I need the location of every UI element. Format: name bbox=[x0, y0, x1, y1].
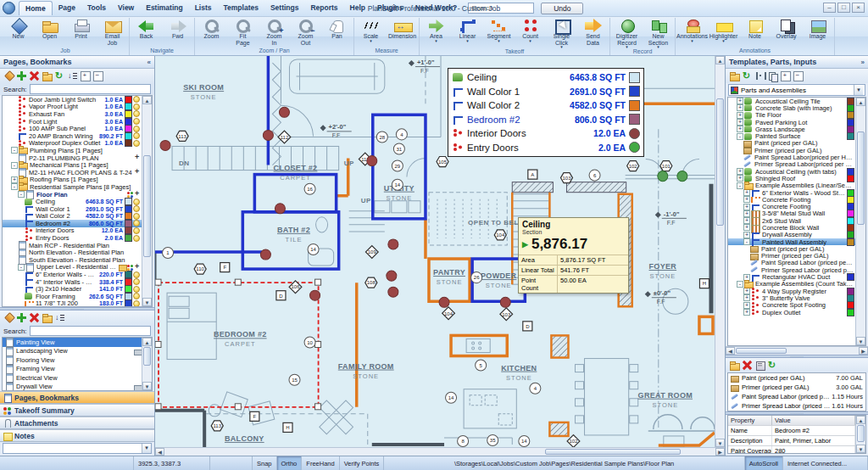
visibility-bulb-icon[interactable] bbox=[133, 278, 140, 285]
pages-tree-scrollbar[interactable]: ▲▼ bbox=[142, 96, 152, 306]
tree-item-3-2x10-header[interactable]: (3) 2x10 Header141.0 FT bbox=[3, 285, 142, 293]
menu-tab-view[interactable]: View bbox=[112, 1, 140, 15]
canvas-hscrollbar[interactable]: ◀▶ bbox=[155, 447, 725, 456]
menu-tab-plugins[interactable]: Plugins bbox=[371, 1, 409, 15]
fold-icon[interactable] bbox=[42, 313, 52, 322]
property-grid-scrollbar[interactable]: ▲▼ bbox=[855, 416, 865, 453]
fwd-button[interactable]: Fwd bbox=[162, 18, 193, 40]
menu-tab-help[interactable]: Help bbox=[344, 1, 371, 15]
expand-toggle[interactable]: - bbox=[11, 183, 18, 190]
accordion-notes[interactable]: Notes bbox=[0, 429, 154, 442]
expand-toggle[interactable]: + bbox=[737, 112, 743, 119]
pan-button[interactable]: Pan bbox=[321, 18, 353, 40]
pin-icon[interactable] bbox=[4, 71, 14, 81]
back-button[interactable]: Back bbox=[131, 18, 162, 40]
collapse-panel-icon[interactable]: » bbox=[861, 59, 865, 66]
property-row-paint-coverage[interactable]: Paint Coverage280 bbox=[728, 446, 855, 454]
tree-item-floor-framing[interactable]: Floor Framing262.6 SQ FT bbox=[3, 293, 142, 300]
expand-toggle[interactable]: + bbox=[743, 217, 750, 224]
dimension-button[interactable]: Dimension bbox=[387, 18, 418, 40]
expand-toggle[interactable]: + bbox=[743, 288, 750, 294]
del-icon[interactable] bbox=[743, 361, 752, 370]
color-swatch[interactable] bbox=[847, 309, 854, 316]
tree-item-6-exterior-walls-wood-stu[interactable]: 6" Exterior Walls - Wood Stu...220.0 FT bbox=[3, 271, 142, 278]
interior-door-count-dot[interactable] bbox=[263, 130, 273, 140]
part-item-paint-spread-labor-priced-per-hour[interactable]: Paint Spread Labor (priced per Hour)1.15… bbox=[728, 392, 865, 401]
tree-item-interior-doors[interactable]: Interior Doors12.0 EA bbox=[3, 227, 142, 235]
digitizer-record-button[interactable]: Digitizer Record▾ bbox=[611, 18, 643, 48]
menu-tab-settings[interactable]: Settings bbox=[264, 1, 305, 15]
visibility-bulb-icon[interactable] bbox=[133, 140, 140, 147]
expand-toggle[interactable]: + bbox=[743, 196, 750, 203]
ref-icon[interactable] bbox=[743, 71, 752, 81]
segment-button[interactable]: Segment▾ bbox=[483, 18, 515, 42]
open-button[interactable]: Open bbox=[34, 18, 65, 40]
area-button[interactable]: Area▾ bbox=[420, 18, 452, 42]
legend-item-wall-color-2[interactable]: Wall Color 24582.0 SQ FT bbox=[453, 98, 640, 113]
linear-button[interactable]: Linear▾ bbox=[452, 18, 483, 42]
status-toggle-snap[interactable]: Snap bbox=[253, 456, 277, 470]
expand-toggle[interactable]: + bbox=[743, 294, 750, 301]
autoscroll-toggle[interactable]: AutoScroll bbox=[745, 456, 783, 470]
expand-toggle[interactable]: + bbox=[743, 210, 750, 217]
fold-icon[interactable] bbox=[730, 361, 739, 370]
property-row-name[interactable]: NameBedroom #2 bbox=[728, 426, 855, 436]
visibility-bulb-icon[interactable] bbox=[133, 300, 140, 306]
expand-toggle[interactable]: + bbox=[743, 224, 750, 231]
expand-toggle[interactable]: + bbox=[737, 175, 743, 182]
tree-item-floor-plan[interactable]: -Floor Plan bbox=[3, 191, 142, 199]
expand-toggle[interactable]: - bbox=[737, 133, 743, 140]
tree-item-ceiling[interactable]: Ceiling6463.8 SQ FT bbox=[3, 198, 142, 205]
undo-button[interactable]: Undo bbox=[541, 3, 583, 14]
interior-door-count-dot[interactable] bbox=[387, 271, 397, 281]
legend-item-bedroom-2[interactable]: Bedroom #2806.0 SQ FT bbox=[453, 113, 640, 127]
status-toggle-ortho[interactable]: Ortho bbox=[277, 456, 303, 470]
ref-icon[interactable] bbox=[768, 361, 777, 370]
interior-door-count-dot[interactable] bbox=[160, 140, 170, 150]
tree-item-wall-color-1[interactable]: Wall Color 12691.0 SQ FT bbox=[3, 205, 142, 213]
fold-icon[interactable] bbox=[730, 71, 739, 81]
expand-toggle[interactable]: + bbox=[743, 189, 750, 196]
view-item-painting-view[interactable]: Painting View bbox=[3, 338, 142, 347]
visibility-bulb-icon[interactable] bbox=[133, 293, 140, 299]
del-icon[interactable] bbox=[30, 71, 39, 81]
sort-icon[interactable] bbox=[55, 313, 64, 322]
fit-page-button[interactable]: Fit Page bbox=[227, 18, 259, 46]
interior-door-count-dot[interactable] bbox=[260, 249, 270, 260]
expand-toggle[interactable]: + bbox=[11, 176, 18, 183]
legend-item-ceiling[interactable]: Ceiling6463.8 SQ FT bbox=[453, 70, 640, 85]
menu-tab-estimating[interactable]: Estimating bbox=[140, 1, 188, 15]
view-item-landscaping-view[interactable]: Landscaping View bbox=[3, 347, 142, 356]
note-button[interactable]: Note bbox=[739, 18, 771, 40]
view-item-drywall-view[interactable]: Drywall View bbox=[3, 383, 142, 391]
visibility-bulb-icon[interactable] bbox=[133, 205, 140, 212]
annotations-button[interactable]: Annotations▾ bbox=[676, 18, 708, 42]
part-item-primer-priced-per-gal[interactable]: Primer (priced per GAL)3.00 GAL bbox=[728, 383, 865, 392]
interior-door-count-dot[interactable] bbox=[388, 287, 398, 297]
maximize-button[interactable]: □ bbox=[837, 3, 850, 13]
visibility-bulb-icon[interactable] bbox=[133, 104, 140, 110]
ref-icon[interactable] bbox=[55, 71, 64, 81]
expand-toggle[interactable]: + bbox=[743, 204, 750, 210]
expand-toggle[interactable]: + bbox=[737, 119, 743, 126]
fold-icon[interactable] bbox=[42, 71, 52, 81]
calc-icon[interactable] bbox=[755, 361, 765, 370]
views-scrollbar[interactable]: ▲▼ bbox=[142, 338, 152, 390]
visibility-bulb-icon[interactable] bbox=[133, 199, 140, 205]
floor-plan-canvas[interactable]: SKI ROOMSTONECLOSET #2CARPETBATH #2TILEU… bbox=[155, 56, 715, 447]
visibility-bulb-icon[interactable] bbox=[133, 220, 140, 227]
zoom-out-button[interactable]: −Zoom Out bbox=[290, 18, 321, 46]
visibility-bulb-icon[interactable] bbox=[133, 227, 140, 234]
visibility-bulb-icon[interactable] bbox=[133, 110, 140, 117]
interior-door-count-dot[interactable] bbox=[275, 204, 285, 214]
tree-item-south-elevation-residential-plan[interactable]: South Elevation - Residential Plan bbox=[3, 256, 142, 264]
expand-toggle[interactable]: - bbox=[743, 238, 750, 245]
minimize-button[interactable]: – bbox=[823, 3, 836, 13]
copy-icon[interactable] bbox=[768, 71, 777, 81]
views-search-input[interactable] bbox=[30, 326, 151, 336]
expand-toggle[interactable]: - bbox=[737, 182, 743, 189]
entry-door-count-dot[interactable] bbox=[677, 171, 687, 182]
close-button[interactable]: × bbox=[852, 3, 865, 13]
expand-toggle[interactable]: + bbox=[737, 104, 743, 111]
interior-door-count-dot[interactable] bbox=[310, 290, 320, 300]
